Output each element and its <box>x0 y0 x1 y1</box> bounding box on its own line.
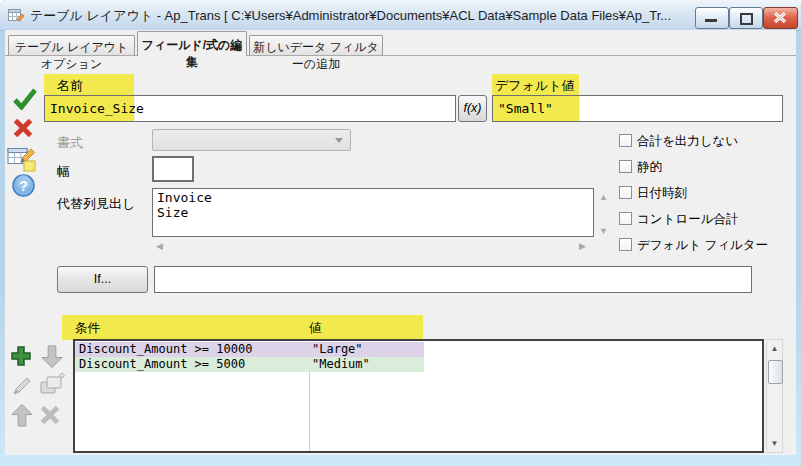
width-label: 幅 <box>57 163 70 181</box>
value-cell: "Medium" <box>312 357 370 372</box>
default-value-input[interactable]: "Small" <box>492 95 783 122</box>
up-arrow-icon <box>10 403 34 428</box>
down-arrow-icon <box>40 344 64 369</box>
table-layout-app-icon <box>8 7 25 23</box>
alt-heading-textarea[interactable]: Invoice Size <box>152 188 594 237</box>
move-condition-down-button <box>40 344 64 369</box>
checkbox-label: 静的 <box>637 159 662 176</box>
copy-icon <box>38 372 67 397</box>
minimize-icon <box>705 19 717 22</box>
alt-heading-label: 代替列見出し <box>57 195 135 213</box>
expression-builder-button[interactable]: f(x) <box>458 95 487 122</box>
maximize-button[interactable] <box>729 7 763 29</box>
scrollbar-thumb[interactable] <box>768 360 783 384</box>
green-check-icon <box>13 88 37 110</box>
if-button-label: If... <box>94 272 111 286</box>
value-column-header: 値 <box>309 320 322 337</box>
title-bar[interactable]: テーブル レイアウト - Ap_Trans [ C:¥Users¥Adminis… <box>0 0 801 31</box>
close-button[interactable] <box>763 7 798 29</box>
scroll-left-icon: ◀ <box>156 242 163 251</box>
checkbox-label: 合計を出力しない <box>637 133 738 150</box>
plus-icon <box>9 344 33 368</box>
tab-edit-fields-expressions[interactable]: フィールド/式の編集 <box>137 31 247 56</box>
add-condition-button[interactable] <box>9 344 33 368</box>
tab-add-new-data-filter[interactable]: 新しいデータ フィルターの追加 <box>249 35 383 55</box>
checkbox-control-total[interactable] <box>619 212 632 225</box>
checkbox-label: デフォルト フィルター <box>637 237 768 254</box>
condition-row[interactable]: Discount_Amount >= 10000 "Large" <box>75 342 424 357</box>
edit-condition-button <box>10 374 34 398</box>
help-button[interactable]: ? <box>12 174 35 197</box>
window-title: テーブル レイアウト - Ap_Trans [ C:¥Users¥Adminis… <box>30 7 671 25</box>
x-icon <box>39 404 61 426</box>
name-input[interactable]: Invoice_Size <box>44 95 456 122</box>
default-value-label: デフォルト値 <box>495 77 575 95</box>
chevron-down-icon <box>335 138 343 143</box>
condition-cell: Discount_Amount >= 5000 <box>79 357 245 372</box>
condition-row[interactable]: Discount_Amount >= 5000 "Medium" <box>75 357 424 372</box>
conditions-header-highlight <box>62 315 423 340</box>
table-layout-window: テーブル レイアウト - Ap_Trans [ C:¥Users¥Adminis… <box>0 0 801 466</box>
name-label: 名前 <box>57 77 83 95</box>
checkbox-label: コントロール合計 <box>637 211 738 228</box>
checkbox-suppress-totals[interactable] <box>619 134 632 147</box>
alt-heading-line: Invoice <box>157 190 212 205</box>
red-x-icon <box>12 117 34 139</box>
minimize-button[interactable] <box>695 7 729 29</box>
width-input[interactable] <box>152 156 194 182</box>
tab-table-layout-options[interactable]: テーブル レイアウト オプション <box>8 35 135 55</box>
if-condition-input[interactable] <box>154 266 752 293</box>
help-icon: ? <box>12 174 35 197</box>
checkbox-static[interactable] <box>619 160 632 173</box>
conditions-table[interactable]: Discount_Amount >= 10000 "Large" Discoun… <box>73 339 764 453</box>
table-edit-icon <box>7 145 37 172</box>
close-icon <box>764 8 797 28</box>
scrollbar-up-icon[interactable]: ▲ <box>767 341 782 356</box>
scroll-up-icon: ▲ <box>599 193 608 202</box>
if-condition-button[interactable]: If... <box>57 266 148 293</box>
fx-icon: f(x) <box>463 101 481 115</box>
checkbox-label: 日付時刻 <box>637 185 687 202</box>
delete-field-button[interactable] <box>12 117 34 139</box>
maximize-icon <box>740 13 753 25</box>
scroll-down-icon: ▼ <box>599 227 608 236</box>
format-combobox <box>152 129 351 151</box>
value-cell: "Large" <box>312 342 363 357</box>
duplicate-condition-button <box>38 372 67 397</box>
conditions-scrollbar[interactable]: ▲ ▼ <box>766 339 783 453</box>
condition-column-header: 条件 <box>75 320 100 337</box>
accept-entry-button[interactable] <box>13 88 37 110</box>
pencil-icon <box>10 374 34 398</box>
edit-table-layout-button[interactable] <box>7 145 37 172</box>
name-value: Invoice_Size <box>50 101 144 116</box>
delete-condition-button <box>39 404 61 426</box>
move-condition-up-button <box>10 403 34 428</box>
checkbox-default-filter[interactable] <box>619 238 632 251</box>
checkbox-datetime[interactable] <box>619 186 632 199</box>
svg-text:?: ? <box>19 178 28 194</box>
scrollbar-down-icon[interactable]: ▼ <box>767 436 782 451</box>
alt-heading-line: Size <box>157 205 212 220</box>
format-label: 書式 <box>57 134 83 152</box>
scroll-right-icon: ▶ <box>579 242 586 251</box>
default-value: "Small" <box>498 101 553 116</box>
condition-cell: Discount_Amount >= 10000 <box>79 342 252 357</box>
